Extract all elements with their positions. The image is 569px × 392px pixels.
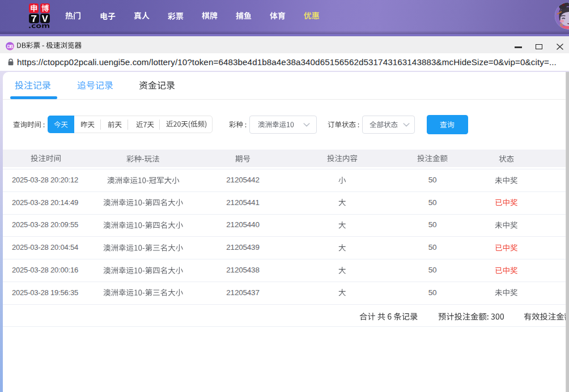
svg-text:DB: DB bbox=[7, 44, 13, 49]
